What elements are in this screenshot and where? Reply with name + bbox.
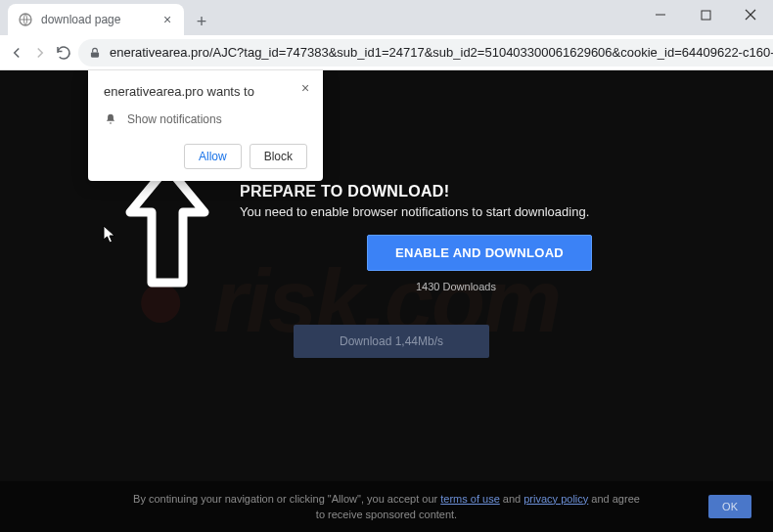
globe-icon	[18, 12, 33, 27]
tab-title: download page	[41, 13, 153, 26]
back-button[interactable]	[8, 39, 25, 66]
window-controls	[638, 0, 773, 35]
download-speed-text: Download 1,44Mb/s	[340, 334, 443, 348]
block-button[interactable]: Block	[250, 144, 307, 169]
show-notifications-label: Show notifications	[127, 112, 222, 126]
page-content: •risk.com enerativearea.pro wants to × S…	[0, 70, 773, 532]
cookie-text: By continuing your navigation or clickin…	[132, 491, 641, 523]
svg-rect-2	[702, 11, 710, 20]
terms-of-use-link[interactable]: terms of use	[440, 493, 500, 505]
browser-tab[interactable]: download page ×	[8, 4, 184, 35]
notification-permission-popup: enerativearea.pro wants to × Show notifi…	[88, 70, 323, 181]
cookie-ok-button[interactable]: OK	[708, 495, 751, 518]
address-bar[interactable]: enerativearea.pro/AJC?tag_id=747383&sub_…	[78, 39, 773, 66]
minimize-button[interactable]	[638, 0, 683, 29]
download-prompt: PREPARE TO DOWNLOAD! You need to enable …	[240, 183, 592, 292]
allow-button[interactable]: Allow	[184, 144, 242, 169]
url-text: enerativearea.pro/AJC?tag_id=747383&sub_…	[110, 45, 773, 60]
lock-icon	[88, 46, 102, 60]
forward-button[interactable]	[31, 39, 49, 66]
browser-toolbar: enerativearea.pro/AJC?tag_id=747383&sub_…	[0, 35, 773, 70]
enable-and-download-button[interactable]: ENABLE AND DOWNLOAD	[367, 235, 592, 271]
svg-rect-5	[91, 52, 99, 57]
new-tab-button[interactable]: +	[188, 8, 215, 35]
close-window-button[interactable]	[728, 0, 773, 29]
maximize-button[interactable]	[683, 0, 728, 29]
privacy-policy-link[interactable]: privacy policy	[523, 493, 588, 505]
bell-icon	[104, 112, 117, 126]
tab-close-icon[interactable]: ×	[160, 13, 174, 26]
reload-button[interactable]	[55, 39, 72, 66]
notification-site-label: enerativearea.pro wants to	[104, 84, 307, 99]
tab-strip: download page × +	[0, 0, 773, 35]
downloads-count: 1430 Downloads	[416, 281, 592, 292]
cookie-consent-bar: By continuing your navigation or clickin…	[0, 481, 773, 532]
download-speed-bar[interactable]: Download 1,44Mb/s	[294, 325, 489, 358]
prompt-subtitle: You need to enable browser notifications…	[240, 204, 592, 219]
prompt-title: PREPARE TO DOWNLOAD!	[240, 183, 592, 200]
notification-close-icon[interactable]: ×	[297, 80, 313, 96]
